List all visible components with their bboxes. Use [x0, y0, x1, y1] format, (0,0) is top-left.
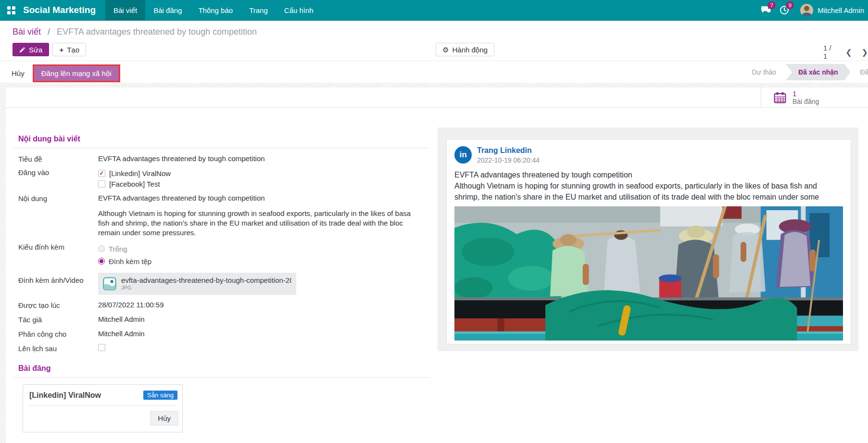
breadcrumb-current: EVFTA advantages threatened by tough com… — [57, 27, 257, 37]
field-created-on: Được tạo lúc 28/07/2022 11:00:59 — [18, 301, 430, 309]
pager-next-icon[interactable]: ❯ — [862, 48, 868, 57]
messages-icon[interactable]: 7 — [757, 0, 775, 21]
menu-cau-hinh[interactable]: Cấu hình — [276, 0, 322, 20]
posts-section: Bài đăng [Linkedin] ViralNow Sẵn sàng Hủ… — [13, 364, 430, 432]
field-title-label: Tiêu đề — [18, 154, 98, 163]
messages-badge: 7 — [767, 1, 776, 9]
pencil-icon — [19, 47, 25, 53]
attach-type-option-file: Đính kèm tệp — [98, 255, 151, 267]
field-attachment: Đính kèm ảnh/Video evfta-advantages-thre… — [18, 272, 430, 295]
control-panel: Bài viết / EVFTA advantages threatened b… — [0, 21, 868, 61]
statusbar: Hủy Đăng lên mạng xã hội Dự thảo Đã xác … — [0, 61, 868, 83]
breadcrumb-separator: / — [48, 27, 50, 37]
menu-thong-bao[interactable]: Thông báo — [190, 0, 241, 20]
field-schedule-later: Lên lịch sau — [18, 344, 430, 353]
create-button[interactable]: + Tạo — [52, 43, 86, 56]
form-buttons: Sửa + Tạo — [13, 43, 86, 56]
menu-bai-dang[interactable]: Bài đăng — [145, 0, 190, 20]
field-post-on-label: Đăng vào — [18, 168, 98, 189]
field-created-on-label: Được tạo lúc — [18, 301, 98, 309]
fishermen-photo-illustration — [454, 206, 843, 341]
top-navbar: Social Marketing Bài viết Bài đăng Thông… — [0, 0, 868, 21]
linkedin-icon: in — [454, 146, 472, 164]
button-box-row: 1 Bài đăng — [6, 88, 868, 108]
step-da-huy[interactable]: Đã hủy — [851, 64, 868, 80]
assigned-to-link[interactable]: Mitchell Admin — [98, 329, 145, 338]
post-image — [454, 206, 843, 341]
activities-badge: 9 — [786, 1, 794, 9]
field-title: Tiêu đề EVFTA advantages threatened by t… — [18, 154, 430, 163]
account-option-label: [Linkedin] ViralNow — [109, 169, 171, 177]
field-content: Nội dung EVFTA advantages threatened by … — [18, 194, 430, 238]
user-avatar — [800, 4, 813, 17]
radio-selected[interactable] — [98, 258, 105, 265]
pager: 1 / 1 ❮ ❯ — [823, 44, 868, 60]
activities-icon[interactable]: 9 — [775, 0, 793, 21]
checkbox-unchecked[interactable] — [98, 180, 105, 188]
post-card-title: [Linkedin] ViralNow — [29, 391, 101, 400]
radio-unselected[interactable] — [98, 245, 105, 252]
field-title-value: EVFTA advantages threatened by tough com… — [98, 154, 265, 163]
preview-header: in Trang Linkedin 2022-10-19 06:20:44 — [454, 146, 843, 164]
cancel-button[interactable]: Hủy — [5, 66, 31, 81]
status-steps: Dự thảo Đã xác nhận Đã hủy — [742, 64, 868, 80]
navbar-right: 7 9 Mitchell Admin — [757, 0, 868, 20]
app-brand[interactable]: Social Marketing — [22, 0, 105, 20]
main-menu: Bài viết Bài đăng Thông báo Trang Cấu hì… — [105, 0, 322, 20]
attach-type-option-label: Đính kèm tệp — [109, 257, 151, 266]
field-attach-type-label: Kiểu đính kèm — [18, 242, 98, 267]
status-badge: Sẵn sàng — [143, 391, 177, 400]
content-line1: EVFTA advantages threatened by tough com… — [98, 194, 421, 202]
checkbox-checked[interactable]: ✓ — [98, 170, 105, 177]
field-post-on: Đăng vào ✓ [Linkedin] ViralNow [Facebook… — [18, 168, 430, 189]
step-du-thao[interactable]: Dự thảo — [742, 64, 786, 80]
post-cancel-button[interactable]: Hủy — [150, 411, 178, 426]
post-card[interactable]: [Linkedin] ViralNow Sẵn sàng Hủy — [23, 384, 183, 432]
account-option-linkedin: ✓ [Linkedin] ViralNow — [98, 168, 171, 178]
action-menu-button[interactable]: ⚙ Hành động — [436, 43, 494, 56]
field-author: Tác giả Mitchell Admin — [18, 315, 430, 324]
post-to-social-button[interactable]: Đăng lên mạng xã hội — [34, 66, 119, 81]
plus-icon: + — [59, 46, 63, 54]
author-link[interactable]: Mitchell Admin — [98, 315, 145, 324]
field-author-label: Tác giả — [18, 315, 98, 324]
field-content-label: Nội dung — [18, 194, 98, 238]
attachment-type: JPG — [121, 285, 291, 291]
attachment-name: evfta-advantages-threatened-by-tough-com… — [121, 276, 291, 285]
account-option-label: [Facebook] Test — [109, 180, 160, 188]
form-column: Nội dung bài viết Tiêu đề EVFTA advantag… — [13, 135, 430, 432]
gear-icon: ⚙ — [442, 46, 449, 53]
field-attach-type: Kiểu đính kèm Trống Đính kèm tệp — [18, 242, 430, 267]
post-preview-panel: in Trang Linkedin 2022-10-19 06:20:44 EV… — [438, 127, 858, 351]
edit-button[interactable]: Sửa — [13, 43, 49, 56]
posts-stat-button[interactable]: 1 Bài đăng — [761, 88, 868, 107]
apps-menu-icon[interactable] — [0, 0, 22, 20]
menu-trang[interactable]: Trang — [241, 0, 276, 20]
step-da-xac-nhan[interactable]: Đã xác nhận — [786, 64, 850, 80]
statusbar-buttons: Hủy Đăng lên mạng xã hội — [5, 64, 120, 82]
linkedin-preview-card: in Trang Linkedin 2022-10-19 06:20:44 EV… — [446, 139, 851, 344]
user-menu[interactable]: Mitchell Admin — [793, 4, 868, 17]
stat-value: 1 — [793, 89, 819, 98]
annotation-highlight: Đăng lên mạng xã hội — [33, 64, 120, 82]
section-title-content: Nội dung bài viết — [13, 135, 430, 148]
pager-previous-icon[interactable]: ❮ — [845, 48, 852, 57]
field-schedule-later-label: Lên lịch sau — [18, 344, 98, 353]
schedule-later-checkbox[interactable] — [98, 344, 105, 351]
breadcrumb-parent[interactable]: Bài viết — [13, 27, 41, 37]
menu-bai-viet[interactable]: Bài viết — [105, 0, 145, 20]
section-title-posts: Bài đăng — [13, 364, 430, 378]
preview-timestamp: 2022-10-19 06:20:44 — [477, 156, 540, 164]
pager-value: 1 / 1 — [823, 44, 836, 60]
calendar-icon — [774, 92, 786, 103]
attach-type-option-empty: Trống — [98, 242, 151, 255]
field-assigned-to: Phân công cho Mitchell Admin — [18, 329, 430, 338]
breadcrumb: Bài viết / EVFTA advantages threatened b… — [13, 27, 257, 37]
form-sheet: 1 Bài đăng Nội dung bài viết Tiêu đề EVF… — [6, 88, 868, 443]
image-file-icon — [103, 277, 116, 291]
form-background: 1 Bài đăng Nội dung bài viết Tiêu đề EVF… — [0, 83, 868, 443]
content-line2: Although Vietnam is hoping for stunning … — [98, 209, 421, 238]
preview-message-line1: EVFTA advantages threatened by tough com… — [454, 169, 843, 180]
field-created-on-value: 28/07/2022 11:00:59 — [98, 301, 164, 309]
attachment-chip[interactable]: evfta-advantages-threatened-by-tough-com… — [98, 273, 296, 295]
